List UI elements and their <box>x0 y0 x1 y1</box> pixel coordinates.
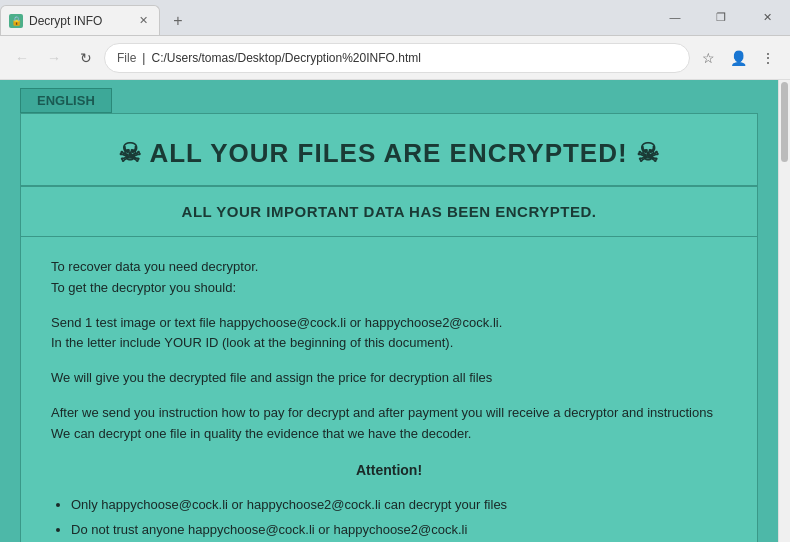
toolbar: ← → ↻ File | C:/Users/tomas/Desktop/Decr… <box>0 36 790 80</box>
card-title: ☠ ALL YOUR FILES ARE ENCRYPTED! ☠ <box>41 138 737 169</box>
card-subtitle-section: ALL YOUR IMPORTANT DATA HAS BEEN ENCRYPT… <box>21 187 757 237</box>
page-area: SFZ ENGLISH ☠ ALL YOUR FILES ARE ENCRYPT… <box>0 80 790 542</box>
body-paragraph-1: To recover data you need decryptor.To ge… <box>51 257 727 299</box>
english-tab[interactable]: ENGLISH <box>20 88 112 113</box>
tab-favicon-icon <box>9 14 23 28</box>
new-tab-button[interactable]: + <box>164 7 192 35</box>
card-subtitle: ALL YOUR IMPORTANT DATA HAS BEEN ENCRYPT… <box>41 203 737 220</box>
bullet-item-1: Only happychoose@cock.li or happychoose2… <box>71 495 727 516</box>
scrollbar-track <box>779 80 790 542</box>
address-bar[interactable]: File | C:/Users/tomas/Desktop/Decryption… <box>104 43 690 73</box>
bullet-list: Only happychoose@cock.li or happychoose2… <box>71 495 727 542</box>
attention-text: Attention! <box>51 459 727 481</box>
english-tab-label: ENGLISH <box>37 93 95 108</box>
body-paragraph-3: We will give you the decrypted file and … <box>51 368 727 389</box>
bookmark-button[interactable]: ☆ <box>694 44 722 72</box>
forward-button[interactable]: → <box>40 44 68 72</box>
toolbar-actions: ☆ 👤 ⋮ <box>694 44 782 72</box>
maximize-button[interactable]: ❐ <box>698 0 744 35</box>
address-separator: | <box>142 51 145 65</box>
browser-frame: Decrypt INFO ✕ + — ❐ ✕ ← → ↻ File | C:/U… <box>0 0 790 542</box>
address-path: C:/Users/tomas/Desktop/Decryption%20INFO… <box>151 51 420 65</box>
reload-button[interactable]: ↻ <box>72 44 100 72</box>
title-bar: Decrypt INFO ✕ + — ❐ ✕ <box>0 0 790 36</box>
tab-close-button[interactable]: ✕ <box>135 13 151 29</box>
active-tab[interactable]: Decrypt INFO ✕ <box>0 5 160 35</box>
back-button[interactable]: ← <box>8 44 36 72</box>
minimize-button[interactable]: — <box>652 0 698 35</box>
bullet-item-2: Do not trust anyone happychoose@cock.li … <box>71 520 727 541</box>
card-body: To recover data you need decryptor.To ge… <box>21 237 757 542</box>
card-header: ☠ ALL YOUR FILES ARE ENCRYPTED! ☠ <box>21 114 757 187</box>
body-paragraph-2: Send 1 test image or text file happychoo… <box>51 313 727 355</box>
body-paragraph-4: After we send you instruction how to pay… <box>51 403 727 445</box>
address-protocol: File <box>117 51 136 65</box>
tab-title: Decrypt INFO <box>29 14 102 28</box>
scrollbar[interactable] <box>778 80 790 542</box>
main-card: ☠ ALL YOUR FILES ARE ENCRYPTED! ☠ ALL YO… <box>20 113 758 542</box>
menu-button[interactable]: ⋮ <box>754 44 782 72</box>
language-tabs: ENGLISH <box>0 80 778 113</box>
page-content: SFZ ENGLISH ☠ ALL YOUR FILES ARE ENCRYPT… <box>0 80 778 542</box>
scrollbar-thumb[interactable] <box>781 82 788 162</box>
account-button[interactable]: 👤 <box>724 44 752 72</box>
close-button[interactable]: ✕ <box>744 0 790 35</box>
window-controls: — ❐ ✕ <box>652 0 790 35</box>
tab-strip: Decrypt INFO ✕ + <box>0 0 192 35</box>
